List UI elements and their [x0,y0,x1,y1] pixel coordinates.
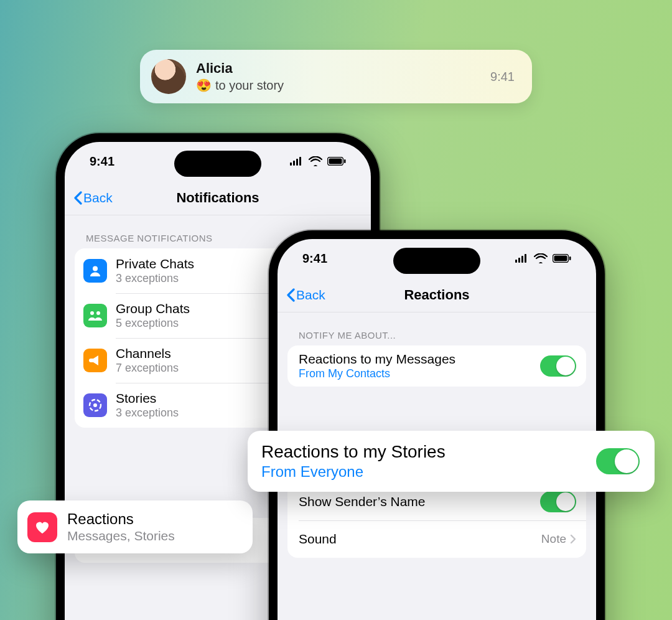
svg-rect-3 [299,157,301,166]
notification-text: to your story [215,78,284,93]
row-title: Show Sender’s Name [299,494,540,509]
svg-rect-15 [525,254,526,263]
nav-bar: Back Notifications [65,181,371,215]
toggle-show-sender[interactable] [540,491,576,512]
svg-rect-17 [554,256,567,261]
svg-rect-5 [329,159,342,164]
svg-rect-18 [569,256,571,260]
notification-body: Alicia 😍 to your story [196,60,490,93]
back-label: Back [83,190,113,205]
chevron-left-icon [73,191,82,205]
row-reactions-popout[interactable]: Reactions Messages, Stories [17,500,253,553]
page-title: Reactions [404,287,469,303]
svg-point-8 [90,311,94,315]
page-title: Notifications [176,190,259,206]
battery-icon [327,157,346,166]
row-title: Reactions to my Messages [299,352,540,367]
signal-icon [515,254,529,263]
status-time: 9:41 [90,154,114,169]
row-subtitle: From Everyone [261,463,596,481]
status-bar: 9:41 [65,142,371,181]
back-button[interactable]: Back [73,190,113,205]
section-header-notify: NOTIFY ME ABOUT... [278,312,596,345]
battery-icon [553,254,571,263]
row-title: Sound [299,532,541,547]
heart-eyes-emoji-icon: 😍 [196,78,212,93]
status-bar: 9:41 [278,239,596,278]
notification-message: 😍 to your story [196,78,490,93]
svg-rect-14 [521,256,523,263]
notification-sender: Alicia [196,60,490,77]
row-title: Reactions [67,510,241,528]
wifi-icon [309,156,322,166]
stories-icon [83,393,107,417]
row-subtitle: Messages, Stories [67,528,241,543]
svg-rect-0 [290,162,292,166]
options-list: Show Sender’s Name Sound Note [287,483,586,558]
story-reaction-notification: Alicia 😍 to your story 9:41 [140,50,532,103]
nav-bar: Back Reactions [278,278,596,312]
row-subtitle: From My Contacts [299,367,540,380]
group-icon [83,304,107,327]
heart-icon [27,512,57,542]
svg-point-11 [93,403,97,407]
toggle-reactions-messages[interactable] [540,355,576,377]
row-reactions-messages[interactable]: Reactions to my Messages From My Contact… [287,345,586,387]
svg-point-9 [96,311,100,315]
back-button[interactable]: Back [286,288,325,303]
status-time: 9:41 [302,251,327,266]
avatar [151,59,186,94]
phone-reactions: 9:41 Back Reactions NOTIFY ME ABOUT... R… [269,230,605,620]
svg-rect-1 [293,161,295,166]
row-value: Note [541,532,566,546]
svg-rect-6 [344,159,346,163]
person-icon [83,259,107,283]
megaphone-icon [83,349,107,372]
wifi-icon [534,253,548,263]
notify-list: Reactions to my Messages From My Contact… [287,345,586,387]
notification-time: 9:41 [490,70,515,84]
svg-rect-2 [296,159,298,166]
back-label: Back [296,288,325,303]
svg-rect-12 [515,260,517,263]
svg-rect-13 [518,258,520,263]
signal-icon [290,157,304,166]
chevron-left-icon [286,288,295,302]
row-sound[interactable]: Sound Note [287,520,586,558]
svg-point-7 [93,266,98,271]
chevron-right-icon [570,534,576,544]
row-reactions-stories-popout[interactable]: Reactions to my Stories From Everyone [248,431,655,492]
row-title: Reactions to my Stories [261,442,596,462]
toggle-reactions-stories[interactable] [596,448,640,474]
